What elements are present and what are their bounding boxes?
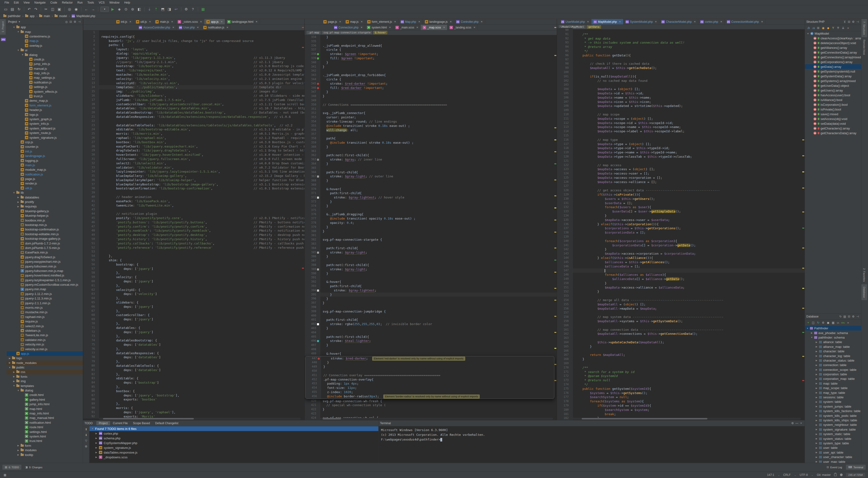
code-line[interactable]: 114 $mapData->scope->label = $this->scop…	[557, 129, 805, 133]
chevron-right-icon[interactable]: ▶	[815, 433, 818, 435]
code-line[interactable]: 53	[83, 250, 304, 254]
code-line[interactable]: 125 $mapData->access->corporation = [];	[557, 176, 805, 180]
lens-code-line[interactable]: 456 @include border-radius(8px);Element …	[305, 394, 554, 399]
tab-init-js[interactable]: JSinit.js✕	[114, 19, 134, 24]
database-table-alliance_map[interactable]: ▶alliance_map: table	[805, 345, 861, 349]
code-line[interactable]: 3 baseUrl: 'js', // user build_js files,…	[83, 39, 304, 43]
code-line[interactable]: 89 },	[83, 402, 304, 406]
menu-navigate[interactable]: Navigate	[32, 0, 48, 5]
code-line[interactable]: 178 foreach($systems as $system){	[557, 399, 805, 404]
code-line[interactable]: 141 $corporationData[] = $corporation->g…	[557, 243, 805, 248]
code-line[interactable]: 123 $mapData->access = (object) [];	[557, 167, 805, 171]
tab-close-icon[interactable]: ✕	[255, 21, 257, 23]
horizontal-scrollbar[interactable]	[320, 418, 553, 420]
project-tree-item-bootstrap-confirmation-js[interactable]: JSbootstrap-confirmation.js	[7, 227, 83, 232]
code-line[interactable]: 33 validator: 'lib/validator.min', // v0…	[83, 165, 304, 170]
breadcrumb-item-model[interactable]: model	[54, 14, 67, 18]
tab-close-icon[interactable]: ✕	[172, 26, 174, 29]
code-line[interactable]: 23 datatablesTableTools: 'lib/datatables…	[83, 123, 304, 128]
code-line[interactable]: 36 blueImpGalleryHelper: 'lib/blueimp-he…	[83, 178, 304, 182]
chevron-down-icon[interactable]: ▼	[8, 366, 11, 369]
settings-icon[interactable]: ⚙	[73, 20, 77, 24]
refresh-icon[interactable]: ↻	[816, 321, 820, 325]
tab-close-icon[interactable]: ✕	[226, 26, 228, 29]
code-line[interactable]: 69 deps: ['jquery']	[83, 317, 304, 321]
find-icon[interactable]: ◎	[67, 6, 72, 12]
project-tree-item-system_killboard-js[interactable]: JSsystem_killboard.js	[7, 126, 83, 131]
todo-file-schema-php[interactable]: ▶phpschema.php	[89, 436, 378, 441]
code-line[interactable]: 355 @include transition( stroke 0.18s ea…	[305, 124, 557, 128]
project-tree-item-logging-js[interactable]: JSlogging.js	[7, 158, 83, 163]
structure-method-setData-data-void[interactable]: msetData(data):void	[805, 121, 861, 126]
code-line[interactable]: 129 if($this->isPrivate()){	[557, 193, 805, 197]
code-line[interactable]: 179 if($system->id == $systemId){	[557, 404, 805, 408]
code-line[interactable]: 63 deps: ['velocity']	[83, 292, 304, 296]
project-tree-item-app-js[interactable]: JSapp.js	[7, 351, 83, 356]
code-line[interactable]: 30 hoverIntent: 'lib/jquery.hoverIntent.…	[83, 153, 304, 157]
chevron-right-icon[interactable]: ▶	[815, 350, 818, 353]
chevron-right-icon[interactable]: ▶	[17, 449, 20, 451]
tab-close-icon[interactable]: ✕	[361, 26, 363, 29]
database-table-system_status[interactable]: ▶system_status: table	[805, 436, 861, 441]
menu-vcs[interactable]: VCS	[97, 0, 107, 5]
project-tree-item-datatables[interactable]: ▶datatables	[7, 195, 83, 199]
chevron-down-icon[interactable]: ▼	[13, 26, 15, 28]
code-line[interactable]: 370 &:hover{	[305, 187, 557, 191]
project-tree-item-system_route-js[interactable]: JSsystem_route.js	[7, 131, 83, 135]
code-line[interactable]: 117 $mapData->type = (object) [];	[557, 142, 805, 146]
todo-file-dataTables-responsive-js[interactable]: ▶JSdataTables.responsive.js	[89, 450, 378, 455]
chevron-right-icon[interactable]: ▶	[17, 454, 20, 456]
code-line[interactable]: 102 // no cached map data found	[557, 79, 805, 83]
chevron-right-icon[interactable]: ▶	[815, 460, 818, 463]
code-line[interactable]: 34 lazylinepainter: 'lib/jquery.lazyline…	[83, 169, 304, 174]
project-tree-item-jquery-easypiechart-min-js[interactable]: JSjquery.easypiechart.min.js	[7, 259, 83, 264]
menu-file[interactable]: File	[2, 0, 11, 5]
code-line[interactable]: 99 $mapDataAll = $this->getCacheData();	[557, 66, 805, 70]
breadcrumb-tag[interactable]: .pf-map	[307, 31, 321, 34]
code-line[interactable]: 159 $mapDataAll->systems = $this->getSys…	[557, 319, 805, 323]
project-tree-item-form_element-js[interactable]: JSform_element.js	[7, 103, 83, 108]
project-tree-item-css[interactable]: ▶css	[7, 370, 83, 374]
tab-map-js[interactable]: JSmap.js✕	[343, 19, 365, 24]
tab-_landing-scss[interactable]: S_landing.scss✕	[447, 25, 478, 30]
tab-_colors-scss[interactable]: S_colors.scss✕	[176, 19, 204, 24]
menu-run[interactable]: Run	[75, 0, 85, 5]
structure-method-getConnectionData-array[interactable]: mgetConnectionData():array	[805, 50, 861, 55]
tab-ConnectionModel-php[interactable]: phpConnectionModel.php✕	[725, 19, 766, 24]
database-table-system_static[interactable]: ▶system_static: table	[805, 432, 861, 436]
chevron-right-icon[interactable]: ▶	[17, 205, 20, 208]
project-tree-item-bootstrap-min-js[interactable]: JSbootstrap.min.js	[7, 223, 83, 227]
code-line[interactable]: 38 bootstrapConfirmation: 'lib/bootstrap…	[83, 186, 304, 191]
structure-method-getData-array[interactable]: mgetData():array	[805, 64, 861, 69]
database-table-system_kills_ships[interactable]: ▶system_kills_ships: table	[805, 418, 861, 422]
project-tree-item-init-js[interactable]: JSinit.js	[7, 149, 83, 154]
code-line[interactable]: 112 $mapData->scope->id = $this->scopeId…	[557, 121, 805, 125]
code-line[interactable]: 41 easePack: 'lib/EasePack.min',	[83, 199, 304, 203]
previous-todo-icon[interactable]: ⬆	[84, 427, 88, 432]
breadcrumb-tag[interactable]: &:hover	[373, 31, 388, 34]
code-line[interactable]: 388 path:not(:first-child){	[305, 263, 557, 267]
code-line[interactable]: 91 deps: ['jquery', 'raphael'],	[83, 410, 304, 414]
strip-tab-1-Project[interactable]: 1: Project	[0, 19, 6, 35]
code-line[interactable]: 395 }	[305, 293, 557, 297]
chevron-right-icon[interactable]: ▶	[17, 444, 20, 447]
code-line[interactable]: 165 }	[557, 345, 805, 349]
code-line[interactable]: 84 deps: ['bootstrap']	[83, 381, 304, 385]
coverage-icon[interactable]: ⊙	[123, 6, 129, 12]
code-line[interactable]: 180 $searchSystem = $system;	[557, 408, 805, 412]
chevron-right-icon[interactable]: ▶	[815, 387, 818, 389]
code-line[interactable]: 396 }	[305, 297, 557, 301]
diff-icon[interactable]: ◧	[136, 6, 142, 12]
code-line[interactable]: 128 // get access object data ----------…	[557, 188, 805, 193]
project-tree-item-notification-html[interactable]: Hnotification.html	[7, 420, 83, 425]
code-line[interactable]: 98 // check if there is cached data	[557, 62, 805, 66]
chevron-down-icon[interactable]: ▼	[17, 31, 20, 33]
chevron-right-icon[interactable]: ▶	[815, 410, 818, 412]
tab-_main-scss[interactable]: S_main.scss✕	[393, 25, 421, 30]
code-line[interactable]: 156 $mapDataAll->mapData = $mapData;	[557, 307, 805, 311]
code-line[interactable]: 14 templates: '../public/templates', // …	[83, 85, 304, 89]
code-line[interactable]: 374 }	[305, 204, 557, 208]
todo-summary-row[interactable]: ▼Found 7 TODO items in 6 files	[89, 426, 378, 431]
structure-method-getCharactersData-array[interactable]: mgetCharactersData():array	[805, 131, 861, 135]
code-line[interactable]: 382svg.pf-map-connection-stargate {	[305, 237, 557, 242]
